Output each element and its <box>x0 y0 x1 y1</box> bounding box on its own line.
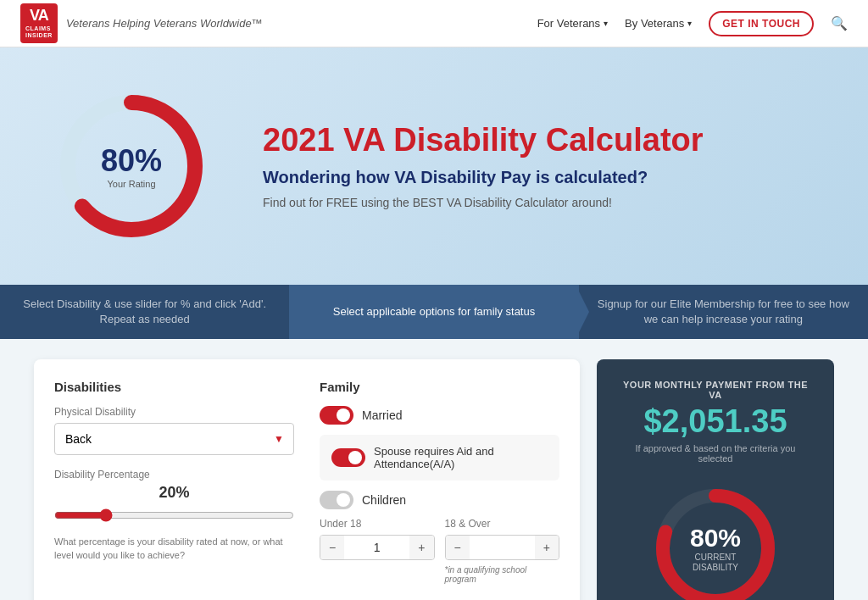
percentage-value: 20% <box>54 484 294 502</box>
disability-slider[interactable] <box>54 508 294 522</box>
disabilities-section: Disabilities Physical Disability Back Kn… <box>54 380 294 600</box>
children-section: Under 18 − 1 + 18 & Over − + <box>320 518 559 584</box>
result-card-title: YOUR MONTHLY PAYMENT FROM THE VA <box>617 380 814 400</box>
over18-col: 18 & Over − + *in a qualifying school pr… <box>445 518 560 584</box>
step-2-text: Select applicable options for family sta… <box>333 304 535 319</box>
married-toggle-track[interactable] <box>320 406 353 425</box>
result-card: YOUR MONTHLY PAYMENT FROM THE VA $2,051.… <box>597 359 834 600</box>
donut-rating-label: Your Rating <box>101 179 162 189</box>
physical-disability-label: Physical Disability <box>54 406 294 418</box>
married-label: Married <box>362 408 402 422</box>
result-donut-label: CURRENT DISABILITY <box>682 553 749 573</box>
disabilities-title: Disabilities <box>54 380 294 394</box>
slider-wrapper <box>54 508 294 525</box>
step-arrow <box>579 292 589 332</box>
under18-header: Under 18 <box>320 518 435 530</box>
result-donut-percent: 80% <box>682 524 749 553</box>
school-note: *in a qualifying school program <box>445 565 560 584</box>
over18-header: 18 & Over <box>445 518 560 530</box>
disability-select-wrapper: Back Knee Shoulder Hip Neck ▼ <box>54 423 294 455</box>
spouse-aid-label: Spouse requires Aid and Attendance(A/A) <box>374 445 548 470</box>
spouse-aid-toggle[interactable] <box>331 448 365 467</box>
under18-value: 1 <box>344 537 409 558</box>
step-1-text: Select Disability & use slider for % and… <box>17 297 272 327</box>
family-section: Family Married Spouse requires Aid and A… <box>320 380 559 600</box>
nav-for-veterans[interactable]: For Veterans ▾ <box>537 17 608 30</box>
hero-description: Find out for FREE using the BEST VA Disa… <box>263 196 817 209</box>
result-amount: $2,051.35 <box>643 403 787 440</box>
children-label: Children <box>362 493 406 507</box>
over18-increment-button[interactable]: + <box>535 536 559 559</box>
logo-badge-label: CLAIMSINSIDER <box>25 25 53 40</box>
logo-va-text: VA <box>30 7 48 25</box>
search-icon[interactable]: 🔍 <box>831 15 848 31</box>
hero-donut: 80% Your Rating <box>51 86 212 247</box>
hero-section: 80% Your Rating 2021 VA Disability Calcu… <box>0 47 868 285</box>
under18-increment-button[interactable]: + <box>409 536 433 559</box>
married-toggle[interactable] <box>320 406 353 425</box>
nav-by-veterans[interactable]: By Veterans ▾ <box>625 17 692 30</box>
tagline: Veterans Helping Veterans Worldwide™ <box>66 17 263 30</box>
nav-links: For Veterans ▾ By Veterans ▾ GET IN TOUC… <box>537 11 848 36</box>
navbar: VA CLAIMSINSIDER Veterans Helping Vetera… <box>0 0 868 47</box>
steps-bar: Select Disability & use slider for % and… <box>0 285 868 339</box>
percentage-label: Disability Percentage <box>54 469 294 481</box>
chevron-down-icon: ▾ <box>604 19 608 28</box>
spouse-aid-toggle-track[interactable] <box>331 448 365 467</box>
children-cols: Under 18 − 1 + 18 & Over − + <box>320 518 559 584</box>
under18-col: Under 18 − 1 + <box>320 518 435 584</box>
donut-percent: 80% <box>101 143 162 179</box>
hero-title: 2021 VA Disability Calculator <box>263 123 817 158</box>
over18-stepper: − + <box>445 535 560 560</box>
children-toggle-track[interactable] <box>320 491 353 509</box>
logo-area: VA CLAIMSINSIDER Veterans Helping Vetera… <box>20 3 263 42</box>
married-row: Married <box>320 406 559 425</box>
logo-badge: VA CLAIMSINSIDER <box>20 3 58 42</box>
calculator-card: Disabilities Physical Disability Back Kn… <box>34 359 580 600</box>
over18-value <box>470 544 535 551</box>
step-1[interactable]: Select Disability & use slider for % and… <box>0 285 289 339</box>
main-content: Disabilities Physical Disability Back Kn… <box>0 339 868 600</box>
result-note: If approved & based on the criteria you … <box>617 443 814 464</box>
result-donut-center: 80% CURRENT DISABILITY <box>682 524 749 573</box>
step-2[interactable]: Select applicable options for family sta… <box>289 285 578 339</box>
step-3[interactable]: Signup for our Elite Membership for free… <box>579 285 868 339</box>
result-donut: 80% CURRENT DISABILITY <box>648 481 783 600</box>
chevron-down-icon: ▾ <box>687 19 692 28</box>
get-in-touch-button[interactable]: GET IN TOUCH <box>709 11 814 36</box>
under18-stepper: − 1 + <box>320 535 435 560</box>
children-toggle[interactable] <box>320 491 353 509</box>
hero-subtitle: Wondering how VA Disability Pay is calcu… <box>263 168 817 187</box>
disability-select[interactable]: Back Knee Shoulder Hip Neck <box>54 423 294 455</box>
family-title: Family <box>320 380 559 394</box>
over18-decrement-button[interactable]: − <box>446 536 470 559</box>
donut-center: 80% Your Rating <box>101 143 162 189</box>
children-row: Children <box>320 491 559 509</box>
spouse-aid-box: Spouse requires Aid and Attendance(A/A) <box>320 435 559 481</box>
under18-decrement-button[interactable]: − <box>320 536 344 559</box>
step-3-text: Signup for our Elite Membership for free… <box>596 297 851 327</box>
slider-help-text: What percentage is your disability rated… <box>54 536 294 562</box>
hero-text: 2021 VA Disability Calculator Wondering … <box>263 123 817 210</box>
